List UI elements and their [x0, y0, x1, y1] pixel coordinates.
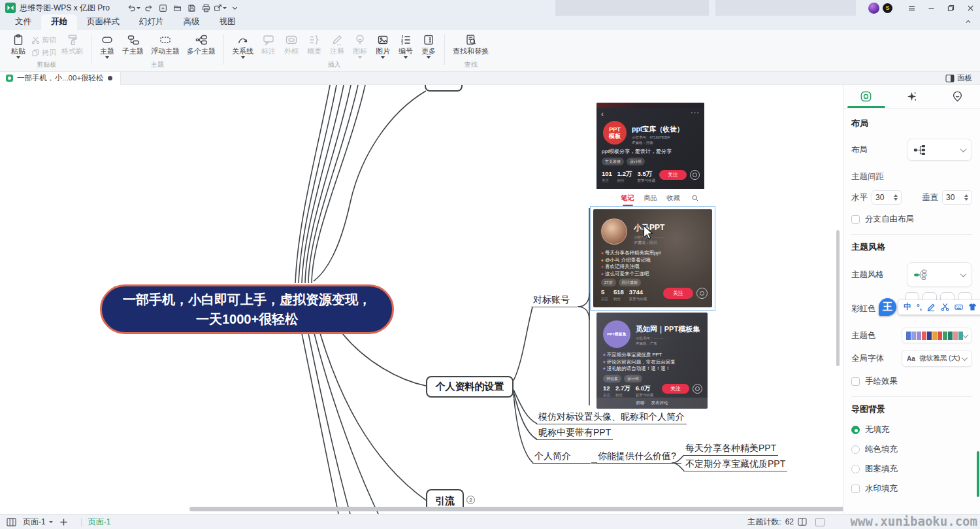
free-layout-checkbox[interactable] — [851, 215, 860, 224]
tab-sticker-pin[interactable] — [934, 85, 980, 108]
save-button[interactable] — [184, 1, 199, 14]
horizontal-spacing-stepper[interactable]: 30 — [872, 190, 902, 205]
profile-card-xiaoma-selected[interactable]: 小马PPT 小红书号：········· IP属地：四川 ●每天分享各种精美实用… — [593, 209, 712, 307]
panel-toggle-button[interactable]: 面板 — [945, 73, 980, 83]
menu-tab-page-style[interactable]: 页面样式 — [77, 14, 129, 30]
horizontal-scrollbar[interactable] — [189, 507, 843, 511]
redo-button[interactable] — [141, 1, 155, 14]
topic-dropdown-caret[interactable] — [105, 56, 109, 59]
branch-nickname-ppt[interactable]: 昵称中要带有PPT — [536, 428, 613, 440]
profile-card-pptbaoku[interactable]: ‹ ··· PPT 模板 ppt宝库（收徒） 小红书号：6716078354 I… — [596, 103, 704, 207]
paste-button[interactable]: 粘贴 — [7, 31, 29, 59]
global-font-select[interactable]: Aa 微软雅黑 (大) — [902, 350, 972, 367]
ime-scissors-icon[interactable] — [941, 303, 949, 311]
statusbar-right: 主题计数: 62 — [747, 517, 807, 528]
subtopic-button[interactable]: 子主题 — [119, 31, 147, 59]
theme-style-select[interactable] — [907, 262, 972, 287]
user-avatar[interactable] — [868, 3, 879, 14]
tab-style-settings[interactable] — [843, 85, 889, 108]
hand-drawn-checkbox[interactable] — [851, 377, 860, 386]
ime-logo-icon[interactable]: 王 — [879, 298, 896, 316]
callout-button[interactable]: 标注 — [257, 31, 280, 59]
relationship-dropdown-caret[interactable] — [241, 56, 245, 59]
menu-tab-slides[interactable]: 幻灯片 — [129, 14, 174, 30]
document-tab[interactable]: 一部手机，小...00+很轻松 — [0, 72, 121, 85]
panel-scrollbar[interactable] — [977, 451, 979, 497]
mindmap-canvas[interactable]: 一部手机，小白即可上手，虚拟资源变现，一天1000+很轻松 个人资料的设置 引流… — [0, 85, 843, 514]
summary-button[interactable]: 概要 — [303, 31, 325, 59]
menu-tab-home[interactable]: 开始 — [41, 14, 77, 30]
close-button[interactable] — [960, 0, 980, 16]
more-dropdown-caret[interactable] — [427, 56, 431, 59]
ime-keyboard-icon[interactable] — [955, 303, 963, 311]
vertical-spacing-stepper[interactable]: 30 — [942, 190, 972, 205]
print-button[interactable] — [199, 1, 213, 14]
ime-mode-chinese[interactable]: 中 — [904, 301, 911, 313]
undo-button[interactable] — [127, 1, 141, 14]
page-overview-button[interactable] — [7, 518, 16, 526]
fill-none-radio[interactable] — [851, 426, 860, 434]
topic-node-profile-setup[interactable]: 个人资料的设置 — [426, 376, 514, 398]
columns-icon[interactable] — [798, 518, 807, 526]
topic-button[interactable]: 主题 — [96, 31, 118, 59]
numbering-dropdown-caret[interactable] — [404, 56, 408, 59]
branch-personal-bio[interactable]: 个人简介 — [532, 451, 591, 464]
stepper-arrows-icon[interactable] — [894, 194, 898, 201]
minimize-button[interactable] — [921, 0, 941, 16]
ime-punctuation[interactable]: °, — [917, 303, 922, 312]
add-page-button[interactable] — [59, 518, 68, 526]
vertical-scrollbar[interactable] — [836, 230, 840, 366]
ribbon-group-find: 查找和替换 查找 — [446, 31, 495, 71]
topic-node-clipped-top[interactable] — [425, 85, 463, 92]
central-topic-node[interactable]: 一部手机，小白即可上手，虚拟资源变现，一天1000+很轻松 — [100, 284, 394, 334]
theme-color-select[interactable] — [902, 328, 972, 343]
format-painter-button[interactable]: 格式刷 — [58, 31, 86, 59]
layout-select[interactable] — [907, 139, 972, 161]
relationship-line-button[interactable]: 关系线 — [229, 31, 257, 59]
fill-watermark-checkbox[interactable] — [851, 485, 860, 493]
numbering-button[interactable]: 编号 — [395, 31, 417, 59]
collapse-count-badge[interactable]: 2 — [466, 496, 475, 504]
find-replace-button[interactable]: 查找和替换 — [449, 31, 492, 59]
branch-imitate-profile[interactable]: 模仿对标设置头像、昵称和个人简介 — [536, 412, 687, 424]
more-quick-actions-button[interactable] — [227, 1, 242, 14]
active-page-tab[interactable]: 页面-1 — [88, 517, 111, 528]
menu-tab-file[interactable]: 文件 — [5, 14, 41, 30]
note-button[interactable]: 注释 — [326, 31, 348, 59]
menu-tab-advanced[interactable]: 高级 — [174, 14, 210, 30]
page-selector-dropdown[interactable]: 页面-1 — [23, 517, 53, 528]
undo-dropdown-caret[interactable] — [137, 7, 140, 9]
fill-solid-radio[interactable] — [851, 445, 860, 454]
ime-pen-icon[interactable] — [927, 303, 936, 311]
image-dropdown-caret[interactable] — [381, 56, 385, 59]
window-menu-button[interactable] — [902, 0, 921, 16]
leaf-daily-ppt[interactable]: 每天分享各种精美PPT — [683, 443, 778, 456]
branch-what-value[interactable]: 你能提供什么价值? — [596, 451, 681, 464]
multiple-topics-button[interactable]: 多个主题 — [184, 31, 219, 59]
paste-dropdown-caret[interactable] — [16, 56, 20, 59]
ime-skin-shirt-icon[interactable] — [968, 303, 977, 311]
titlebar-blur-patch — [715, 0, 856, 16]
cut-button[interactable]: 剪切 — [31, 35, 56, 45]
restore-button[interactable] — [941, 0, 960, 16]
menu-tab-view[interactable]: 视图 — [210, 14, 246, 30]
boundary-button[interactable]: 外框 — [280, 31, 302, 59]
icon-dropdown-caret[interactable] — [358, 56, 362, 59]
image-button[interactable]: 图片 — [372, 31, 394, 59]
share-button[interactable] — [213, 1, 227, 14]
more-insert-button[interactable]: 更多 — [417, 31, 440, 59]
new-file-button[interactable] — [155, 1, 170, 14]
leaf-premium-ppt[interactable]: 不定期分享宝藏优质PPT — [683, 459, 787, 471]
vip-badge-icon[interactable]: S — [883, 3, 892, 13]
icon-button[interactable]: 图标 — [349, 31, 371, 59]
open-file-button[interactable] — [170, 1, 184, 14]
fill-pattern-radio[interactable] — [851, 465, 860, 473]
stepper-arrows-icon[interactable] — [964, 194, 968, 201]
tab-ai-sparkle[interactable] — [889, 85, 935, 108]
branch-benchmark-account[interactable]: 对标账号 — [531, 295, 577, 307]
floating-topic-button[interactable]: 浮动主题 — [148, 31, 183, 59]
profile-card-mizhiwang[interactable]: PPT模板集 觅知网｜PPT模板集 小红书号：········· IP属地：广东… — [596, 313, 708, 409]
copy-button[interactable]: 拷贝 — [31, 48, 56, 58]
share-dropdown-caret[interactable] — [223, 7, 227, 9]
collapse-ribbon-icon[interactable] — [964, 16, 972, 28]
